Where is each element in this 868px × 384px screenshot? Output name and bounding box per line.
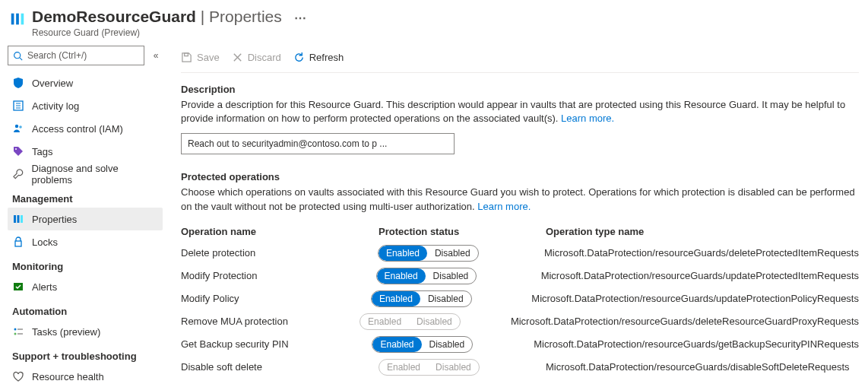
- operation-name: Disable soft delete: [181, 361, 379, 373]
- toggle-disabled: Disabled: [426, 268, 477, 284]
- sidebar-item-overview[interactable]: Overview: [8, 71, 163, 94]
- svg-rect-14: [21, 215, 23, 223]
- props-icon: [12, 213, 24, 225]
- operations-table: Operation name Protection status Operati…: [181, 221, 859, 379]
- refresh-icon: [293, 52, 305, 63]
- nav-group-monitoring: Monitoring: [8, 253, 163, 275]
- protection-status-toggle[interactable]: EnabledDisabled: [378, 245, 479, 262]
- protection-status-toggle: EnabledDisabled: [360, 313, 461, 330]
- sidebar-item-label: Locks: [32, 236, 58, 248]
- operation-name: Modify Policy: [181, 293, 371, 304]
- sidebar: Search (Ctrl+/) « OverviewActivity logAc…: [0, 43, 169, 384]
- table-row: Delete protectionEnabledDisabledMicrosof…: [181, 242, 859, 265]
- search-input[interactable]: Search (Ctrl+/): [8, 46, 144, 65]
- sidebar-item-label: Alerts: [32, 281, 57, 293]
- toggle-disabled: Disabled: [422, 337, 473, 352]
- wrench-icon: [12, 168, 24, 180]
- svg-rect-15: [15, 241, 21, 246]
- toggle-disabled: Disabled: [428, 360, 479, 375]
- lock-icon: [12, 236, 24, 248]
- heart-icon: [12, 370, 24, 382]
- table-row: Modify PolicyEnabledDisabledMicrosoft.Da…: [181, 287, 859, 310]
- svg-point-10: [19, 125, 22, 129]
- description-text: Provide a description for this Resource …: [181, 98, 859, 125]
- svg-point-18: [14, 333, 17, 335]
- protection-status-toggle[interactable]: EnabledDisabled: [372, 336, 473, 353]
- description-input[interactable]: Reach out to securityadmin@contoso.com t…: [181, 133, 455, 154]
- sidebar-item-tags[interactable]: Tags: [8, 140, 163, 163]
- sidebar-item-label: Resource health: [32, 371, 104, 382]
- toolbar: Save Discard Refresh: [181, 43, 859, 73]
- svg-rect-21: [185, 53, 188, 56]
- table-row: Get Backup security PINEnabledDisabledMi…: [181, 333, 859, 356]
- resource-name: DemoResourceGuard: [32, 8, 196, 25]
- tag-icon: [12, 145, 24, 157]
- col-header-operation-type: Operation type name: [546, 226, 859, 237]
- operation-name: Modify Protection: [181, 270, 376, 281]
- search-icon: [13, 51, 23, 61]
- nav-group-management: Management: [8, 186, 163, 208]
- description-heading: Description: [181, 84, 859, 95]
- svg-rect-12: [14, 215, 16, 223]
- svg-point-11: [15, 148, 17, 150]
- protection-status-toggle[interactable]: EnabledDisabled: [371, 290, 472, 307]
- protected-ops-learn-more-link[interactable]: Learn more.: [477, 201, 531, 212]
- table-row: Remove MUA protectionEnabledDisabledMicr…: [181, 310, 859, 333]
- svg-rect-13: [17, 215, 20, 223]
- protected-ops-text: Choose which operations on vaults associ…: [181, 186, 859, 213]
- sidebar-item-access-control-iam-[interactable]: Access control (IAM): [8, 117, 163, 140]
- sidebar-item-activity-log[interactable]: Activity log: [8, 94, 163, 117]
- search-placeholder: Search (Ctrl+/): [27, 50, 87, 61]
- sidebar-item-properties[interactable]: Properties: [8, 208, 163, 230]
- sidebar-item-alerts[interactable]: Alerts: [8, 275, 163, 298]
- col-header-protection-status: Protection status: [379, 226, 546, 237]
- operation-name: Get Backup security PIN: [181, 338, 372, 350]
- operation-name: Remove MUA protection: [181, 316, 360, 327]
- toggle-enabled: Enabled: [360, 314, 409, 329]
- discard-button[interactable]: Discard: [232, 52, 281, 63]
- sidebar-item-resource-health[interactable]: Resource health: [8, 365, 163, 384]
- sidebar-item-label: Properties: [32, 214, 77, 225]
- more-menu[interactable]: ⋯: [294, 11, 306, 24]
- toggle-enabled: Enabled: [372, 291, 420, 306]
- alert-icon: [12, 281, 24, 293]
- svg-rect-0: [11, 14, 14, 25]
- protection-status-toggle: EnabledDisabled: [379, 359, 480, 376]
- log-icon: [12, 100, 24, 112]
- toggle-enabled: Enabled: [379, 246, 427, 261]
- operation-type-name: Microsoft.DataProtection/resourceGuards/…: [544, 247, 859, 259]
- svg-point-17: [14, 328, 17, 331]
- refresh-button[interactable]: Refresh: [293, 52, 344, 63]
- toggle-enabled: Enabled: [377, 268, 426, 284]
- svg-point-3: [14, 52, 21, 58]
- resource-guard-icon: [9, 11, 26, 27]
- sidebar-item-label: Tasks (preview): [32, 326, 100, 338]
- svg-line-4: [20, 57, 22, 59]
- toggle-disabled: Disabled: [409, 314, 460, 329]
- operation-type-name: Microsoft.DataProtection/resourceGuards/…: [546, 361, 859, 373]
- operation-name: Delete protection: [181, 247, 378, 259]
- tasks-icon: [12, 325, 24, 338]
- sidebar-item-label: Tags: [32, 146, 52, 157]
- sidebar-item-label: Activity log: [32, 100, 79, 112]
- people-icon: [12, 122, 24, 135]
- sidebar-item-diagnose-and-solve-problems[interactable]: Diagnose and solve problems: [8, 163, 163, 186]
- sidebar-item-label: Diagnose and solve problems: [32, 163, 158, 186]
- description-learn-more-link[interactable]: Learn more.: [561, 113, 614, 124]
- page-subtitle: Resource Guard (Preview): [32, 27, 306, 38]
- collapse-sidebar-button[interactable]: «: [149, 50, 163, 61]
- page-title: DemoResourceGuard | Properties ⋯: [32, 8, 306, 26]
- sidebar-item-locks[interactable]: Locks: [8, 230, 163, 253]
- svg-rect-1: [16, 14, 19, 25]
- save-button[interactable]: Save: [181, 52, 220, 63]
- toggle-disabled: Disabled: [420, 291, 471, 306]
- nav-group-automation: Automation: [8, 298, 163, 320]
- operation-type-name: Microsoft.DataProtection/resourceGuards/…: [541, 270, 859, 281]
- toggle-enabled: Enabled: [379, 360, 428, 375]
- sidebar-item-tasks-preview-[interactable]: Tasks (preview): [8, 320, 163, 343]
- toggle-disabled: Disabled: [427, 246, 478, 261]
- save-icon: [181, 52, 192, 63]
- table-row: Disable soft deleteEnabledDisabledMicros…: [181, 356, 859, 379]
- sidebar-item-label: Access control (IAM): [32, 123, 123, 135]
- protection-status-toggle[interactable]: EnabledDisabled: [376, 268, 477, 284]
